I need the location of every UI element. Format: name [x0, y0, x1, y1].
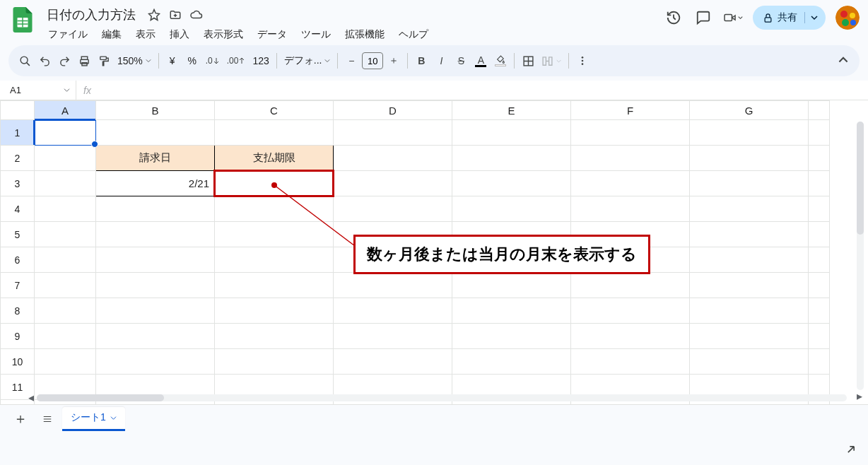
format-percent-icon[interactable]: % [183, 51, 201, 71]
menu-format[interactable]: 表示形式 [198, 25, 249, 44]
cloud-status-icon[interactable] [189, 8, 204, 22]
meet-icon[interactable] [723, 8, 743, 28]
row-header-6[interactable]: 6 [1, 247, 35, 273]
font-size-input[interactable]: 10 [362, 52, 383, 69]
toolbar: 150% ¥ % .0 .00 123 デフォ... − 10 ＋ B I S … [8, 45, 860, 76]
share-dropdown-icon[interactable] [804, 12, 817, 23]
menu-tools[interactable]: ツール [295, 25, 336, 44]
sheet-tab-menu-icon[interactable] [110, 415, 117, 421]
svg-rect-1 [725, 15, 732, 21]
menu-file[interactable]: ファイル [42, 25, 93, 44]
select-all-corner[interactable] [1, 101, 35, 120]
decrease-decimal-icon[interactable]: .0 [203, 51, 223, 71]
svg-rect-12 [100, 57, 106, 59]
doc-title[interactable]: 日付の入力方法 [42, 5, 140, 25]
menu-data[interactable]: データ [252, 25, 293, 44]
annotation-text: 数ヶ月後または当月の月末を表示する [367, 245, 637, 263]
row-header-2[interactable]: 2 [1, 146, 35, 171]
formula-input[interactable] [98, 81, 868, 100]
svg-point-8 [20, 57, 28, 64]
svg-point-4 [840, 11, 848, 18]
cell-A1[interactable] [35, 120, 96, 146]
search-menus-icon[interactable] [16, 51, 34, 71]
bold-icon[interactable]: B [412, 51, 430, 71]
zoom-dropdown[interactable]: 150% [115, 51, 154, 71]
horizontal-scrollbar[interactable] [37, 394, 847, 401]
increase-decimal-icon[interactable]: .00 [224, 51, 249, 71]
paint-format-icon[interactable] [95, 51, 113, 71]
add-sheet-icon[interactable]: ＋ [8, 408, 33, 430]
col-header-E[interactable]: E [452, 101, 571, 120]
menu-extensions[interactable]: 拡張機能 [339, 25, 390, 44]
collapse-toolbar-icon[interactable] [834, 51, 852, 71]
name-box[interactable]: A1 [0, 81, 76, 100]
print-icon[interactable] [75, 51, 93, 71]
svg-point-3 [835, 6, 860, 30]
col-header-C[interactable]: C [215, 101, 334, 120]
sheet-tab-1[interactable]: シート1 [62, 407, 125, 431]
cell-B2[interactable]: 請求日 [96, 146, 215, 171]
sheets-logo[interactable] [8, 6, 37, 34]
vertical-scrollbar[interactable] [857, 122, 864, 390]
svg-point-16 [582, 63, 584, 65]
col-header-G[interactable]: G [690, 101, 809, 120]
star-icon[interactable] [147, 8, 161, 22]
menu-view[interactable]: 表示 [130, 25, 161, 44]
svg-point-14 [582, 57, 584, 59]
account-avatar[interactable] [835, 6, 860, 30]
cell-C2[interactable]: 支払期限 [215, 146, 334, 171]
move-icon[interactable] [168, 8, 182, 22]
fx-icon: fx [76, 85, 98, 96]
name-box-value: A1 [10, 85, 21, 95]
sheet-tab-label: シート1 [71, 411, 106, 424]
cell-C3[interactable] [215, 171, 334, 196]
row-header-5[interactable]: 5 [1, 222, 35, 247]
col-header-A[interactable]: A [35, 101, 96, 120]
font-family-dropdown[interactable]: デフォ... [281, 51, 334, 71]
share-button[interactable]: 共有 [753, 6, 826, 30]
all-sheets-icon[interactable] [35, 408, 59, 430]
menu-edit[interactable]: 編集 [96, 25, 127, 44]
col-header-F[interactable]: F [571, 101, 690, 120]
annotation-box: 数ヶ月後または当月の月末を表示する [353, 235, 650, 274]
row-header-9[interactable]: 9 [1, 324, 35, 349]
comments-icon[interactable] [693, 8, 713, 28]
menu-help[interactable]: ヘルプ [393, 25, 434, 44]
merge-cells-icon[interactable] [539, 51, 564, 71]
undo-icon[interactable] [35, 51, 54, 71]
svg-point-6 [842, 19, 849, 26]
row-header-1[interactable]: 1 [1, 120, 35, 146]
redo-icon[interactable] [55, 51, 74, 71]
menu-insert[interactable]: 挿入 [164, 25, 195, 44]
menu-bar: ファイル 編集 表示 挿入 表示形式 データ ツール 拡張機能 ヘルプ [42, 25, 664, 44]
svg-point-5 [850, 13, 855, 18]
more-toolbar-icon[interactable] [573, 51, 592, 71]
strikethrough-icon[interactable]: S [452, 51, 470, 71]
font-size-increase-icon[interactable]: ＋ [385, 51, 403, 71]
row-header-10[interactable]: 10 [1, 349, 35, 375]
history-icon[interactable] [664, 8, 684, 28]
col-header-B[interactable]: B [96, 101, 215, 120]
number-format-dropdown[interactable]: 123 [250, 51, 271, 71]
spreadsheet-grid[interactable]: A B C D E F G 1 2請求日支払期限 32/21 4 5 6 7 8… [0, 100, 868, 404]
svg-point-7 [850, 20, 856, 25]
font-size-decrease-icon[interactable]: − [342, 51, 360, 71]
row-header-4[interactable]: 4 [1, 196, 35, 222]
cell-B3[interactable]: 2/21 [96, 171, 215, 196]
share-label: 共有 [778, 11, 797, 24]
fill-color-icon[interactable] [491, 51, 510, 71]
text-color-icon[interactable]: A [471, 51, 490, 71]
italic-icon[interactable]: I [432, 51, 450, 71]
scroll-right-icon[interactable]: ▸ [854, 390, 865, 401]
borders-icon[interactable] [519, 51, 537, 71]
row-header-7[interactable]: 7 [1, 273, 35, 298]
svg-point-15 [582, 60, 584, 62]
format-currency-icon[interactable]: ¥ [163, 51, 182, 71]
svg-rect-2 [765, 17, 771, 21]
row-header-8[interactable]: 8 [1, 298, 35, 324]
scroll-left-icon[interactable]: ◂ [25, 392, 37, 403]
col-header-D[interactable]: D [334, 101, 452, 120]
explore-icon[interactable] [844, 442, 858, 459]
row-header-3[interactable]: 3 [1, 171, 35, 196]
